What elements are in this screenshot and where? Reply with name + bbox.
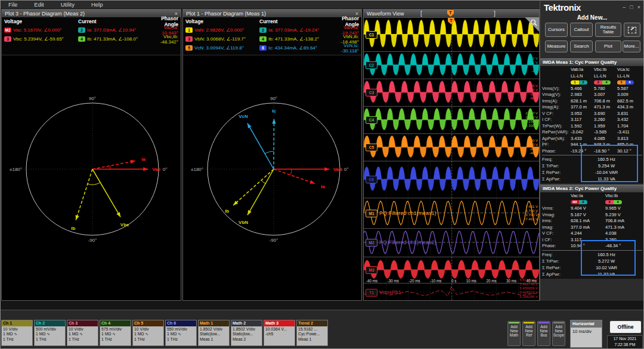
m3-channel-badge[interactable]: M3 [366,266,377,274]
menu-file[interactable]: File [0,1,26,8]
meas-value: -3.411 [617,129,640,136]
add-new-ref-button[interactable]: AddNewRef [522,321,535,346]
minimize-icon[interactable]: – [623,4,626,10]
meas-value: -3.585 [594,129,617,136]
setting-line: 1 THz [69,337,97,342]
math2-badge[interactable]: Math 21.8502 V/divStatic|low...Meas 2 [231,320,262,346]
meas-row: ApPwr(VA):3.4334.0853.813 [542,136,642,142]
plot1-phasor-diagram: 90°0°±180°-90°VaNIaVbNIbVcNIc [183,55,361,300]
plot3-phasor-diagram: 90°0°±180°-90°VacIaVbcIb [2,55,181,300]
menu-edit[interactable]: Edit [26,1,52,8]
more--button[interactable]: More... [623,40,640,52]
plot1-readout-table: VoltageCurrentPhasor Angle1VaN: 2.9826V,… [183,17,361,55]
ch5-badge[interactable]: Ch 510 V/div1 MΩ ∿1 THz [132,320,164,346]
vector-label: Ib [225,208,229,214]
waveform-titlebar[interactable]: Waveform View [ T ] [364,10,539,17]
setting-line: 1.8502 V/div [233,327,261,332]
ch6-badge[interactable]: Ch 6550 mV/div1 MΩ ∿1 THz [165,320,197,346]
draw-a-box-icon [628,27,636,33]
meas-value: 5.780 [594,86,617,92]
plot-button[interactable]: Plot [595,40,621,52]
setting-line: 1 THz [167,337,195,342]
maximize-icon[interactable]: □ [630,4,633,10]
scale-label: -20 V [530,147,538,151]
trend2-badge[interactable]: Trend 215.9182 ...Cyc Powe...Meas 1 [296,320,328,346]
scale-label: -2 V [531,69,538,73]
plot1-title: Plot 1 - Phasor Diagram (Meas 1) [186,11,266,17]
expansion-bracket-right[interactable]: ] [494,10,496,17]
c6-channel-badge[interactable]: C6 [366,176,377,183]
setting-line: 1 THz [36,337,64,342]
meas-summary-label: Freq: [542,156,571,163]
channel-badge: 4 [259,36,267,42]
math3-badge[interactable]: Math 310.0364 V...-ch5 [264,320,295,346]
horizontal-panel[interactable]: Horizontal 10 ms/div [570,320,602,348]
add-new-bus-button[interactable]: AddNewBus [537,321,550,346]
menu-utility[interactable]: Utility [52,1,83,8]
menu-bar: FileEditUtilityHelp [0,0,540,8]
menu-help[interactable]: Help [83,1,112,8]
vector-arrowhead [247,210,252,216]
c4-channel-badge[interactable]: C4 [366,116,377,124]
cursors-button[interactable]: Cursors [545,23,568,37]
results-table-button[interactable]: Results Table [595,23,621,37]
ch3-badge[interactable]: Ch 310 V/div1 MΩ ∿1 THz [67,320,98,346]
trigger-flag-icon[interactable]: T [447,10,454,17]
vector-Ia [92,161,135,169]
meas-row-label: Vrms: [542,205,571,212]
meas-value: 628.1 mA [571,218,605,225]
draw-a-box-button[interactable] [624,23,640,37]
scale-label: 20 V [530,143,538,147]
setting-line: Meas 1 [298,337,326,342]
m1-scale-labels: 7.401 V3.700 V-3.700 V-7.401 V [524,205,538,222]
m2-channel-badge[interactable]: M2 [366,239,377,247]
meas-col-header: Vbc:Ib [605,193,640,200]
setting-line: 10.0364 V... [265,327,293,332]
expansion-bracket-left[interactable]: [ [420,10,422,17]
ch4-badge[interactable]: Ch 4575 mV/div1 MΩ ∿1 THz [100,320,131,346]
meas-table-header[interactable]: IMDA Meas 2: Cyc Power Quality [540,185,644,192]
meas-row: Irms(A):628.1 m706.8 m682.5 m [542,98,642,105]
t1-channel-badge[interactable]: T1 [366,289,377,297]
source-badge: 3 [594,80,602,85]
channel-badge: 3 [4,36,11,42]
add-new-math-button[interactable]: AddNewMath [507,321,521,346]
c2-channel-badge[interactable]: C2 [366,61,377,69]
m1-channel-badge[interactable]: M1 [366,210,377,217]
phasor-angle-readout: VcN,Ic: -30.118° [335,43,359,54]
add-button-line: New [553,329,565,333]
meas-value: 4.244 [571,230,605,237]
scale-label: 7.401 V [524,205,538,209]
meas-value: 3.009 [617,92,640,98]
ch1-badge[interactable]: Ch 110 V/div1 MΩ ∿1 THz [1,320,33,346]
time-text: 7:22:38 PM [608,342,642,348]
meas-value: 2.983 [571,92,594,98]
scale-label: -40 V [530,32,538,36]
meas-value: -3.042 [571,129,594,136]
splitter-handle[interactable]: ⋮⋮ [540,140,545,146]
col-header-current: Current [78,18,153,24]
meas-col-headers: Vac:IaVbc:Ib [542,193,642,200]
search-button[interactable]: Search [570,40,593,52]
meas-value: 9.404 V [571,205,605,212]
close-icon[interactable]: × [637,4,640,10]
channel-card-title: Math 1 [199,320,229,326]
math1-badge[interactable]: Math 11.8502 V/divStatic|low...Meas 1 [198,320,230,346]
c3-channel-badge[interactable]: C3 [366,89,377,96]
vector-label: Ia [141,157,145,162]
c5-channel-badge[interactable]: C5 [366,144,377,151]
channel-card-title: Ch 3 [67,320,98,326]
voltage-readout: VaN: 2.9826V, ∠0.000° [194,27,244,33]
add-new-scope-button[interactable]: AddNewScope [552,321,565,346]
offline-button[interactable]: Offline [609,320,642,334]
c1-channel-badge[interactable]: C1 [366,31,377,39]
meas-value: 3.117 [571,117,594,123]
meas-table-header[interactable]: IMDA Meas 1: Cyc Power Quality [540,58,644,66]
setting-line: 1 MΩ ∿ [69,332,97,336]
callout-button[interactable]: Callout [570,23,593,37]
channel-card-title: Math 2 [231,320,262,326]
ch2-badge[interactable]: Ch 2500 mV/div1 MΩ ∿1 THz [34,320,66,346]
meas-value: 1.704 [617,123,640,130]
measure-button[interactable]: Measure [545,40,568,52]
vector-label: Ib [71,226,75,231]
